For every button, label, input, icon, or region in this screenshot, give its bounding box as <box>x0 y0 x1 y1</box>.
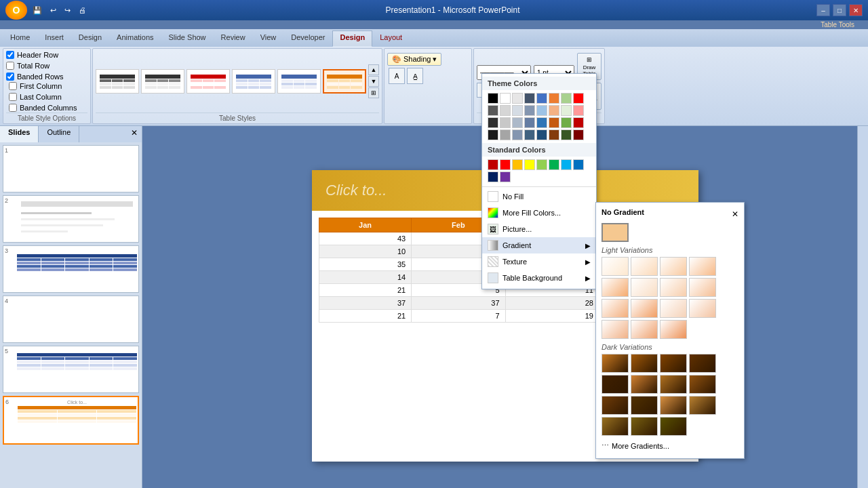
standard-color-swatch[interactable] <box>561 159 572 170</box>
dark-gradient-swatch[interactable] <box>631 354 658 373</box>
theme-color-swatch[interactable] <box>512 129 523 140</box>
gradient-item[interactable]: Gradient ▶ <box>482 237 596 253</box>
no-gradient-swatch[interactable] <box>601 223 629 242</box>
theme-color-swatch[interactable] <box>512 117 523 128</box>
picture-item[interactable]: 🖼 Picture... <box>482 221 596 237</box>
light-gradient-swatch[interactable] <box>601 278 629 297</box>
standard-color-swatch[interactable] <box>549 159 559 170</box>
theme-color-swatch[interactable] <box>512 105 523 116</box>
theme-color-swatch[interactable] <box>573 117 584 128</box>
table-style-6[interactable] <box>323 69 366 94</box>
standard-color-swatch[interactable] <box>488 171 498 182</box>
first-column-checkbox[interactable]: First Column <box>9 81 62 91</box>
theme-color-swatch[interactable] <box>488 117 498 128</box>
dark-gradient-swatch[interactable] <box>660 375 687 394</box>
table-background-item[interactable]: Table Background ▶ <box>482 270 596 286</box>
minimize-btn[interactable]: – <box>816 4 830 16</box>
standard-color-swatch[interactable] <box>573 159 584 170</box>
theme-color-swatch[interactable] <box>561 105 572 116</box>
scroll-right[interactable] <box>857 126 868 488</box>
undo-btn[interactable]: ↩ <box>47 5 59 16</box>
shading-button[interactable]: 🎨 Shading ▾ <box>387 53 441 66</box>
light-gradient-swatch[interactable] <box>631 278 658 297</box>
theme-color-swatch[interactable] <box>524 117 535 128</box>
sidebar-close-btn[interactable]: ✕ <box>127 126 142 142</box>
dark-gradient-swatch[interactable] <box>631 375 658 394</box>
theme-color-swatch[interactable] <box>549 105 559 116</box>
table-style-3[interactable] <box>186 69 230 94</box>
gradient-panel-close[interactable]: ✕ <box>732 209 738 219</box>
light-gradient-swatch[interactable] <box>660 299 687 318</box>
theme-color-swatch[interactable] <box>549 117 559 128</box>
light-gradient-swatch[interactable] <box>631 299 658 318</box>
tab-insert[interactable]: Insert <box>37 30 71 47</box>
theme-color-swatch[interactable] <box>536 117 547 128</box>
dark-gradient-swatch[interactable] <box>689 354 716 373</box>
theme-color-swatch[interactable] <box>488 93 498 104</box>
dark-gradient-swatch[interactable] <box>601 396 629 415</box>
slide-thumb-3[interactable]: 3 <box>3 245 139 293</box>
slide-thumb-6[interactable]: 6 Click to... <box>3 396 139 445</box>
theme-color-swatch[interactable] <box>488 105 498 116</box>
table-style-2[interactable] <box>141 69 184 94</box>
close-btn[interactable]: ✕ <box>849 4 863 16</box>
standard-color-swatch[interactable] <box>524 159 535 170</box>
light-gradient-swatch[interactable] <box>631 257 658 276</box>
theme-color-swatch[interactable] <box>561 93 572 104</box>
dark-gradient-swatch[interactable] <box>689 396 716 415</box>
standard-color-swatch[interactable] <box>500 171 511 182</box>
light-gradient-swatch[interactable] <box>660 278 687 297</box>
total-row-checkbox[interactable]: Total Row <box>6 61 50 70</box>
table-styles-more[interactable]: ⊞ <box>368 87 379 98</box>
light-gradient-swatch[interactable] <box>601 320 629 339</box>
standard-color-swatch[interactable] <box>488 159 498 170</box>
no-fill-item[interactable]: No Fill <box>482 188 596 205</box>
border-color-btn[interactable]: A <box>389 68 405 84</box>
tab-table-design[interactable]: Design <box>332 30 372 47</box>
dark-gradient-swatch[interactable] <box>660 417 687 436</box>
dark-gradient-swatch[interactable] <box>601 375 629 394</box>
table-style-5[interactable] <box>277 69 321 94</box>
theme-color-swatch[interactable] <box>500 93 511 104</box>
light-gradient-swatch[interactable] <box>660 320 687 339</box>
tab-developer[interactable]: Developer <box>283 30 332 47</box>
sidebar-tab-slides[interactable]: Slides <box>0 126 39 142</box>
slide-thumb-4[interactable]: 4 <box>3 296 139 343</box>
theme-color-swatch[interactable] <box>524 129 535 140</box>
texture-item[interactable]: Texture ▶ <box>482 253 596 270</box>
dark-gradient-swatch[interactable] <box>631 396 658 415</box>
maximize-btn[interactable]: □ <box>833 4 846 16</box>
slide-thumb-5[interactable]: 5 <box>3 346 139 393</box>
dark-gradient-swatch[interactable] <box>601 354 629 373</box>
tab-design[interactable]: Design <box>71 30 109 47</box>
tab-view[interactable]: View <box>253 30 284 47</box>
theme-color-swatch[interactable] <box>512 93 523 104</box>
light-gradient-swatch[interactable] <box>631 320 658 339</box>
dark-gradient-swatch[interactable] <box>631 417 658 436</box>
light-gradient-swatch[interactable] <box>660 257 687 276</box>
light-gradient-swatch[interactable] <box>601 257 629 276</box>
standard-color-swatch[interactable] <box>536 159 547 170</box>
dark-gradient-swatch[interactable] <box>660 396 687 415</box>
office-button[interactable]: O <box>5 1 27 20</box>
header-row-checkbox[interactable]: Header Row <box>6 50 58 60</box>
more-gradients-item[interactable]: ⋯ More Gradients... <box>601 439 738 453</box>
sidebar-tab-outline[interactable]: Outline <box>39 126 79 142</box>
theme-color-swatch[interactable] <box>536 93 547 104</box>
light-gradient-swatch[interactable] <box>689 278 716 297</box>
table-style-1[interactable] <box>96 69 139 94</box>
slide-thumb-1[interactable]: 1 <box>3 145 139 192</box>
theme-color-swatch[interactable] <box>500 105 511 116</box>
tab-slideshow[interactable]: Slide Show <box>161 30 214 47</box>
tab-table-layout[interactable]: Layout <box>372 30 410 47</box>
dark-gradient-swatch[interactable] <box>660 354 687 373</box>
theme-color-swatch[interactable] <box>573 93 584 104</box>
table-styles-scroll-up[interactable]: ▲ <box>368 64 379 75</box>
border-btn2[interactable]: A̲ <box>407 68 423 84</box>
theme-color-swatch[interactable] <box>573 129 584 140</box>
theme-color-swatch[interactable] <box>573 105 584 116</box>
light-gradient-swatch[interactable] <box>601 299 629 318</box>
save-btn[interactable]: 💾 <box>30 5 45 16</box>
print-btn[interactable]: 🖨 <box>76 5 89 16</box>
dark-gradient-swatch[interactable] <box>601 417 629 436</box>
